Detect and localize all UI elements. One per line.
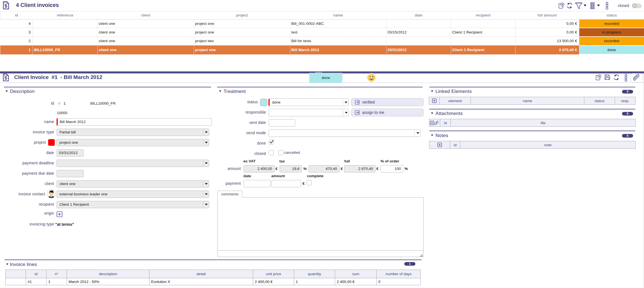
svg-text:$: $ xyxy=(4,75,7,80)
svg-text:$: $ xyxy=(4,3,7,9)
